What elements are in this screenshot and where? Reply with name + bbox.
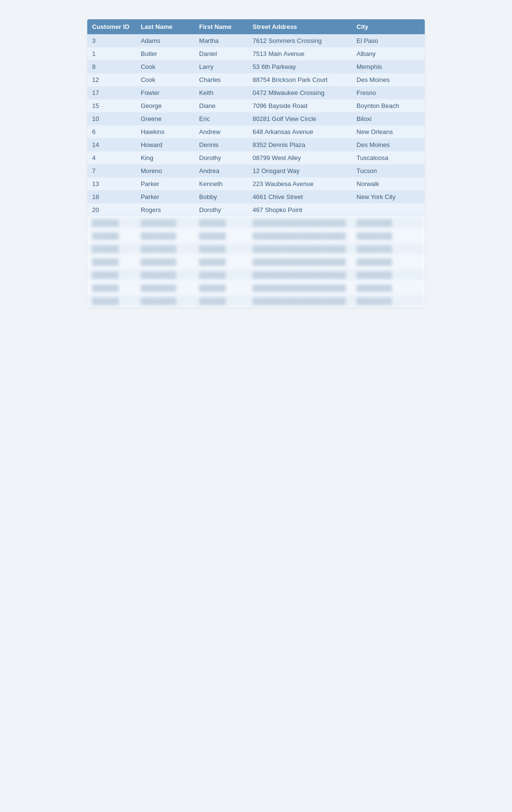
table-row-blurred: ████████████████████████████████████████… xyxy=(87,268,425,281)
cell-blurred: ██████ xyxy=(87,281,136,294)
table-header-row: Customer ID Last Name First Name Street … xyxy=(87,19,425,34)
cell-city: New Orleans xyxy=(352,125,425,138)
cell-blurred: ██████ xyxy=(87,216,136,229)
table-row: 6HawkinsAndrew648 Arkansas AvenueNew Orl… xyxy=(87,125,425,138)
cell-first-name: Keith xyxy=(194,86,248,99)
cell-blurred: ██████ xyxy=(194,255,248,268)
cell-customer-id: 6 xyxy=(87,125,136,138)
cell-last-name: Parker xyxy=(136,190,194,203)
cell-customer-id: 14 xyxy=(87,138,136,151)
cell-first-name: Larry xyxy=(194,60,248,73)
cell-city: Tuscaloosa xyxy=(352,151,425,164)
cell-city: Des Moines xyxy=(352,138,425,151)
table-row: 10GreeneEric80281 Golf View CircleBiloxi xyxy=(87,112,425,125)
cell-last-name: King xyxy=(136,151,194,164)
cell-last-name: Cook xyxy=(136,73,194,86)
cell-city: Biloxi xyxy=(352,112,425,125)
cell-street-address: 223 Waubesa Avenue xyxy=(248,177,351,190)
cell-street-address: 467 Shopko Point xyxy=(248,203,351,216)
cell-customer-id: 1 xyxy=(87,47,136,60)
cell-blurred: █████████████████████ xyxy=(248,255,351,268)
table-row-blurred: ████████████████████████████████████████… xyxy=(87,281,425,294)
cell-first-name: Diane xyxy=(194,99,248,112)
table-row: 15GeorgeDiane7096 Bayside RoadBoynton Be… xyxy=(87,99,425,112)
cell-street-address: 7612 Sommers Crossing xyxy=(248,34,351,47)
table-row: 1ButlerDaniel7513 Main AvenueAlbany xyxy=(87,47,425,60)
cell-blurred: ████████ xyxy=(352,281,425,294)
cell-blurred: ████████ xyxy=(352,294,425,307)
cell-blurred: ██████ xyxy=(194,294,248,307)
header-last-name: Last Name xyxy=(136,19,194,34)
cell-blurred: ██████ xyxy=(87,242,136,255)
cell-blurred: ████████ xyxy=(136,229,194,242)
table-row: 13ParkerKenneth223 Waubesa AvenueNorwalk xyxy=(87,177,425,190)
table-row: 3AdamsMartha7612 Sommers CrossingEl Paso xyxy=(87,34,425,47)
cell-first-name: Andrea xyxy=(194,164,248,177)
cell-last-name: Cook xyxy=(136,60,194,73)
cell-blurred: ██████ xyxy=(194,229,248,242)
cell-customer-id: 12 xyxy=(87,73,136,86)
cell-customer-id: 13 xyxy=(87,177,136,190)
table-body: 3AdamsMartha7612 Sommers CrossingEl Paso… xyxy=(87,34,425,307)
cell-blurred: ████████ xyxy=(352,242,425,255)
cell-blurred: █████████████████████ xyxy=(248,242,351,255)
table-row: 18ParkerBobby4661 Chive StreetNew York C… xyxy=(87,190,425,203)
table-row: 20RogersDorothy467 Shopko Point xyxy=(87,203,425,216)
cell-last-name: Howard xyxy=(136,138,194,151)
cell-customer-id: 10 xyxy=(87,112,136,125)
cell-blurred: █████████████████████ xyxy=(248,216,351,229)
cell-customer-id: 17 xyxy=(87,86,136,99)
table-row-blurred: ████████████████████████████████████████… xyxy=(87,255,425,268)
cell-street-address: 53 6th Parkway xyxy=(248,60,351,73)
cell-blurred: ████████ xyxy=(136,294,194,307)
cell-first-name: Martha xyxy=(194,34,248,47)
cell-last-name: Moreno xyxy=(136,164,194,177)
cell-last-name: George xyxy=(136,99,194,112)
table-row-blurred: ████████████████████████████████████████… xyxy=(87,216,425,229)
cell-last-name: Adams xyxy=(136,34,194,47)
cell-customer-id: 3 xyxy=(87,34,136,47)
cell-city: Norwalk xyxy=(352,177,425,190)
cell-blurred: ████████ xyxy=(352,268,425,281)
cell-first-name: Daniel xyxy=(194,47,248,60)
table-row: 8CookLarry53 6th ParkwayMemphis xyxy=(87,60,425,73)
cell-street-address: 80281 Golf View Circle xyxy=(248,112,351,125)
cell-street-address: 7096 Bayside Road xyxy=(248,99,351,112)
cell-customer-id: 20 xyxy=(87,203,136,216)
customer-table: Customer ID Last Name First Name Street … xyxy=(87,19,425,307)
cell-city xyxy=(352,203,425,216)
cell-first-name: Kenneth xyxy=(194,177,248,190)
table-row-blurred: ████████████████████████████████████████… xyxy=(87,294,425,307)
cell-first-name: Eric xyxy=(194,112,248,125)
header-customer-id: Customer ID xyxy=(87,19,136,34)
cell-last-name: Rogers xyxy=(136,203,194,216)
cell-street-address: 4661 Chive Street xyxy=(248,190,351,203)
customer-table-container: Customer ID Last Name First Name Street … xyxy=(87,19,425,307)
cell-blurred: ████████ xyxy=(352,229,425,242)
cell-city: Tucson xyxy=(352,164,425,177)
cell-street-address: 7513 Main Avenue xyxy=(248,47,351,60)
header-city: City xyxy=(352,19,425,34)
cell-city: Boynton Beach xyxy=(352,99,425,112)
cell-last-name: Parker xyxy=(136,177,194,190)
table-row-blurred: ████████████████████████████████████████… xyxy=(87,229,425,242)
cell-street-address: 12 Onsgard Way xyxy=(248,164,351,177)
cell-blurred: ████████ xyxy=(136,216,194,229)
cell-first-name: Dorothy xyxy=(194,151,248,164)
cell-city: Albany xyxy=(352,47,425,60)
cell-blurred: ██████ xyxy=(194,268,248,281)
cell-city: Des Moines xyxy=(352,73,425,86)
cell-city: El Paso xyxy=(352,34,425,47)
cell-blurred: ██████ xyxy=(87,229,136,242)
cell-blurred: ██████ xyxy=(194,216,248,229)
cell-first-name: Dorothy xyxy=(194,203,248,216)
cell-customer-id: 8 xyxy=(87,60,136,73)
cell-blurred: ████████ xyxy=(136,242,194,255)
cell-customer-id: 18 xyxy=(87,190,136,203)
cell-last-name: Hawkins xyxy=(136,125,194,138)
cell-city: Fresno xyxy=(352,86,425,99)
cell-street-address: 8352 Dennis Plaza xyxy=(248,138,351,151)
cell-customer-id: 7 xyxy=(87,164,136,177)
cell-street-address: 648 Arkansas Avenue xyxy=(248,125,351,138)
table-row: 14HowardDennis8352 Dennis PlazaDes Moine… xyxy=(87,138,425,151)
